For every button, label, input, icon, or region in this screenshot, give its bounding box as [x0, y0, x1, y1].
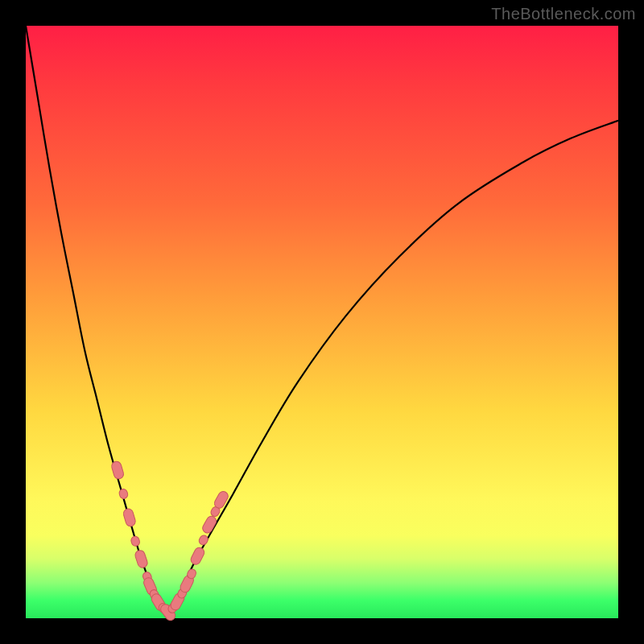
chart-frame: TheBottleneck.com	[0, 0, 644, 644]
curve-marker	[201, 514, 218, 535]
marker-layer	[110, 460, 229, 622]
curve-marker	[118, 488, 129, 499]
curve-right-branch	[168, 121, 618, 613]
curve-marker	[110, 460, 125, 480]
curve-marker	[198, 534, 210, 546]
curve-marker	[122, 508, 137, 527]
chart-svg	[26, 26, 618, 618]
curve-left-branch	[26, 26, 168, 613]
curve-marker	[134, 549, 148, 569]
watermark-text: TheBottleneck.com	[491, 5, 636, 23]
curve-marker	[130, 535, 141, 547]
curve-marker	[189, 546, 206, 566]
